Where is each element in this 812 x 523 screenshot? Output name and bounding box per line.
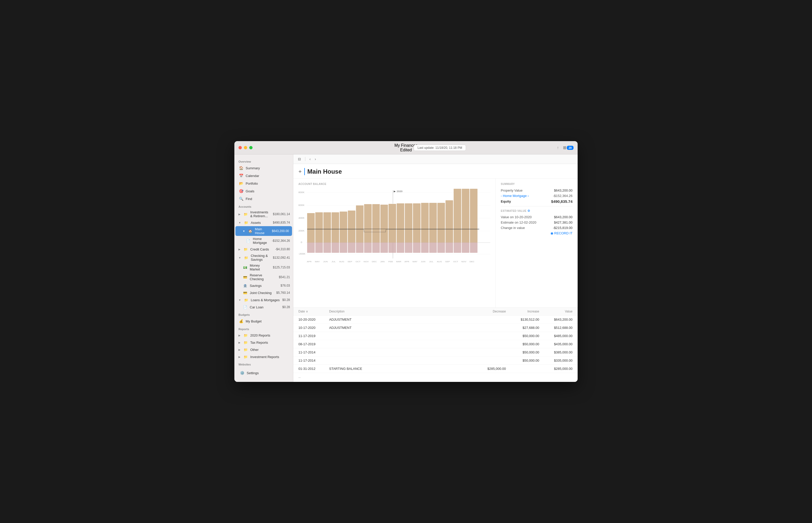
reserve-checking-amount: $541.21 — [279, 275, 290, 279]
svg-text:DEC: DEC — [372, 260, 377, 263]
transactions-table: Date ∨ Description Decrease Increase Val… — [293, 307, 578, 382]
tax-reports-icon: 📁 — [243, 340, 248, 345]
svg-rect-34 — [470, 189, 478, 242]
sidebar-item-main-house[interactable]: ▼ 🏠 Main House $643,200.00 — [235, 226, 292, 236]
table-row[interactable]: 10-17-2020 ADJUSTMENT $27,688.00 $512,68… — [293, 324, 578, 332]
checking-savings-label: Checking & Savings — [251, 254, 271, 262]
forward-button[interactable]: › — [314, 157, 317, 162]
svg-rect-50 — [429, 242, 437, 253]
assets-label: Assets — [251, 221, 271, 224]
chevron-right-icon-4: ▶ — [238, 341, 240, 344]
row-increase: $50,000.00 — [506, 350, 539, 354]
collapse-sidebar-button[interactable]: ⊟ — [297, 157, 302, 162]
websites-section-label: Websites — [234, 360, 293, 367]
row-date: 11-17-2019 — [299, 334, 329, 338]
maximize-button[interactable] — [249, 146, 253, 149]
svg-rect-30 — [437, 203, 445, 242]
sidebar-item-credit-cards[interactable]: ▶ 📁 Credit Cards -$4,310.80 — [234, 246, 293, 253]
sidebar-item-my-budget[interactable]: 💰 My Budget — [235, 317, 292, 325]
sidebar-item-portfolio[interactable]: 📂 Portfolio — [235, 180, 292, 187]
row-description — [329, 334, 473, 338]
minimize-button[interactable] — [244, 146, 247, 149]
sidebar-item-goals[interactable]: 🎯 Goals — [235, 187, 292, 195]
sidebar-item-calendar[interactable]: 📅 Calendar — [235, 172, 292, 180]
row-date: 08-17-2019 — [299, 342, 329, 346]
estimated-value-settings-icon[interactable]: ⚙ — [527, 209, 530, 213]
sidebar-item-summary[interactable]: 🏠 Summary — [235, 164, 292, 172]
svg-rect-38 — [331, 242, 339, 253]
equity-row: Equity $490,835.74 — [501, 199, 573, 204]
money-market-amount: $125,715.03 — [273, 266, 290, 269]
svg-rect-43 — [372, 242, 380, 253]
record-it-button[interactable]: ◉ RECORD IT — [501, 231, 573, 235]
back-button[interactable]: ‹ — [308, 157, 312, 162]
sidebar-item-investments[interactable]: ▶ 📁 Investments & Retirem... $180,061.14 — [234, 209, 293, 219]
home-mortgage-link-label[interactable]: - Home Mortgage › — [501, 194, 529, 198]
table-row[interactable]: 11-17-2019 $50,000.00 $485,000.00 — [293, 332, 578, 340]
svg-text:OCT: OCT — [356, 260, 361, 263]
table-row[interactable]: 11-17-2014 $50,000.00 $385,000.00 — [293, 348, 578, 357]
value-on-date-label: Value on 10-20-2020 — [501, 215, 531, 219]
sidebar-item-checking-savings[interactable]: ▼ 📁 Checking & Savings $132,092.41 — [234, 253, 293, 263]
sidebar-item-savings[interactable]: 🏦 Savings $76.03 — [234, 282, 293, 289]
assets-amount: $490,835.74 — [273, 221, 290, 224]
svg-rect-15 — [315, 212, 323, 242]
sidebar-item-loans-mortgages[interactable]: ▼ 📁 Loans & Mortgages $0.28 — [234, 296, 293, 304]
svg-text:0: 0 — [301, 241, 302, 244]
equity-label: Equity — [501, 199, 511, 203]
mortgage-icon: 📄 — [246, 238, 251, 243]
svg-rect-24 — [389, 204, 396, 242]
sidebar-item-reserve-checking[interactable]: 💳 Reserve Checking $541.21 — [234, 272, 293, 282]
budget-icon: 💰 — [238, 319, 243, 324]
sidebar-item-tax-reports[interactable]: ▶ 📁 Tax Reports — [234, 339, 293, 346]
sidebar-item-2020-reports[interactable]: ▶ 📁 2020 Reports — [234, 332, 293, 339]
sidebar-item-home-mortgage[interactable]: 📄 Home Mortgage -$152,364.26 — [234, 236, 293, 246]
svg-rect-27 — [413, 203, 420, 242]
account-balance-chart: 800K 600K 400K 200K 0 -200K — [299, 188, 490, 265]
home-mortgage-amount: -$152,364.26 — [272, 239, 290, 242]
reserve-checking-icon: 💳 — [242, 274, 248, 280]
sidebar-item-other[interactable]: ▶ 📁 Other — [234, 346, 293, 353]
table-row[interactable]: 11-17-2014 $50,000.00 $335,000.00 — [293, 357, 578, 365]
sidebar-item-car-loan[interactable]: 📄 Car Loan $0.28 — [234, 304, 293, 311]
page-title-divider — [304, 168, 305, 175]
joint-checking-label: Joint Checking — [250, 291, 274, 295]
svg-rect-16 — [324, 212, 331, 242]
row-decrease — [473, 342, 506, 346]
svg-text:MAY: MAY — [413, 260, 417, 263]
sidebar-item-assets[interactable]: ▼ 📁 Assets $490,835.74 — [234, 219, 293, 226]
chart-section: ACCOUNT BALANCE 800K 600K 400K 200K 0 -2… — [293, 179, 495, 307]
close-button[interactable] — [238, 146, 242, 149]
add-transaction-button[interactable]: + — [299, 169, 302, 175]
svg-rect-40 — [348, 242, 356, 253]
table-row[interactable]: 08-17-2019 $50,000.00 $435,000.00 — [293, 340, 578, 348]
export-button[interactable]: ↑ — [556, 144, 560, 151]
calendar-icon: 📅 — [238, 173, 243, 178]
calendar-label: Calendar — [246, 174, 289, 178]
equity-amount: $490,835.74 — [551, 199, 573, 204]
svg-text:APR: APR — [404, 260, 409, 263]
toolbar: ⊟ ‹ › — [293, 155, 578, 164]
main-house-label: Main House — [255, 227, 270, 235]
loans-mortgages-amount: $0.28 — [282, 298, 290, 302]
sidebar-item-settings[interactable]: ⚙️ Settings — [236, 369, 291, 377]
svg-text:▶ 2020: ▶ 2020 — [394, 190, 402, 193]
content-area: ACCOUNT BALANCE 800K 600K 400K 200K 0 -2… — [293, 179, 578, 307]
table-row[interactable]: 01-31-2012 STARTING BALANCE $285,000.00 … — [293, 365, 578, 373]
svg-rect-23 — [380, 205, 388, 242]
settings-label: Settings — [247, 371, 288, 375]
sidebar-item-find[interactable]: 🔍 Find — [235, 195, 292, 203]
savings-icon: 🏦 — [242, 283, 248, 288]
home-mortgage-row[interactable]: - Home Mortgage › -$152,364.26 — [501, 194, 573, 198]
sidebar-item-investment-reports[interactable]: ▶ 📁 Investment Reports — [234, 353, 293, 360]
svg-rect-52 — [446, 242, 453, 253]
svg-rect-31 — [446, 200, 453, 242]
svg-rect-45 — [389, 242, 396, 253]
sidebar-item-money-market[interactable]: 💵 Money Market $125,715.03 — [234, 263, 293, 272]
sidebar-footer: ⚙️ Settings — [234, 367, 293, 379]
svg-text:JUN: JUN — [323, 260, 328, 263]
table-row[interactable]: 10-20-2020 ADJUSTMENT $130,512.00 $643,2… — [293, 315, 578, 324]
car-loan-icon: 📄 — [242, 305, 248, 310]
checking-icon: 📁 — [243, 255, 249, 260]
sidebar-item-joint-checking[interactable]: 💳 Joint Checking $5,760.14 — [234, 289, 293, 296]
